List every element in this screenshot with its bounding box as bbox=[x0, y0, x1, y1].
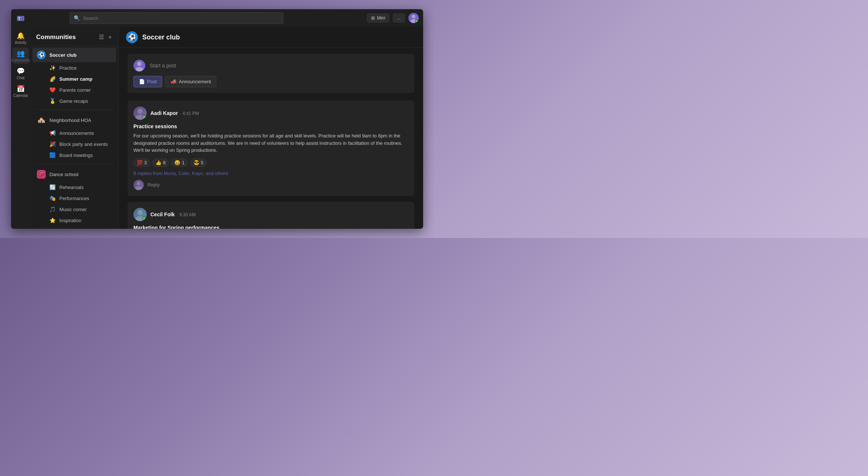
sidebar-item-neighborhood-hoa[interactable]: 🏘️ Neighborhood HOA bbox=[32, 113, 116, 127]
filter-button[interactable]: ☰ bbox=[98, 33, 105, 41]
reaction-laugh[interactable]: 😆 1 bbox=[171, 158, 188, 167]
content-header: ⚽ Soccer club bbox=[119, 27, 423, 48]
svg-point-7 bbox=[136, 115, 144, 120]
replies-link-1[interactable]: 8 replies from Mona, Colin, Kayo, and ot… bbox=[133, 171, 408, 176]
reaction-laugh-emoji: 😆 bbox=[174, 160, 180, 165]
announcement-button[interactable]: 📣 Announcement bbox=[165, 76, 216, 87]
sidebar-item-dance-school[interactable]: 💃 Dance school bbox=[32, 167, 116, 182]
sidebar-item-summer-camp[interactable]: 🌈 Summer camp bbox=[32, 73, 116, 84]
sidebar: Communities ☰ + ⚽ Soccer club ✨ Practice bbox=[30, 27, 119, 229]
nav-label-chat: Chat bbox=[17, 76, 24, 80]
composer-placeholder[interactable]: Start a post bbox=[150, 63, 176, 69]
nav-item-calendar[interactable]: 📅 Calendar bbox=[13, 83, 29, 99]
sidebar-item-performances[interactable]: 🎭 Performances bbox=[32, 193, 116, 204]
reaction-thumbsup-count: 8 bbox=[163, 160, 165, 165]
nav-label-community: Community bbox=[11, 58, 30, 62]
svg-point-9 bbox=[135, 186, 142, 190]
sidebar-item-label-inspiration: Inspiration bbox=[59, 218, 81, 223]
svg-point-3 bbox=[411, 19, 416, 23]
post-avatar-1 bbox=[133, 106, 147, 120]
composer-top: Start a post bbox=[133, 60, 408, 71]
user-avatar[interactable] bbox=[408, 13, 419, 23]
divider-2 bbox=[35, 164, 114, 164]
soccer-club-icon: ⚽ bbox=[37, 50, 46, 59]
nav-item-activity[interactable]: 🔔 Activity bbox=[13, 30, 29, 46]
svg-text:T: T bbox=[18, 17, 20, 21]
sidebar-item-label-announcements: Announcements bbox=[59, 130, 94, 136]
post-title-1: Practice sessions bbox=[133, 123, 408, 129]
post-item-practice-sessions: Aadi Kapor 4:41 PM Practice sessions For… bbox=[128, 101, 414, 196]
community-group-hoa: 🏘️ Neighborhood HOA 📢 Announcements 🎉 Bl… bbox=[30, 113, 118, 161]
post-header-1: Aadi Kapor 4:41 PM bbox=[133, 106, 408, 120]
post-title-2: Marketing for Spring performances bbox=[133, 225, 408, 229]
sidebar-list: ⚽ Soccer club ✨ Practice 🌈 Summer camp ❤… bbox=[30, 46, 118, 229]
content-area: ⚽ Soccer club Start a post bbox=[119, 27, 423, 229]
summer-camp-icon: 🌈 bbox=[49, 76, 56, 82]
svg-point-6 bbox=[137, 109, 143, 114]
mini-icon: ⊞ bbox=[371, 15, 375, 21]
sidebar-item-practice[interactable]: ✨ Practice bbox=[32, 62, 116, 73]
sidebar-item-inspiration[interactable]: ⭐ Inspiration bbox=[32, 215, 116, 226]
mini-button[interactable]: ⊞ Mini bbox=[367, 14, 389, 22]
post-body-1: For our upcoming season, we'll be holdin… bbox=[133, 132, 408, 154]
announcement-icon: 📣 bbox=[171, 79, 177, 84]
svg-point-4 bbox=[137, 62, 142, 66]
announcements-icon: 📢 bbox=[49, 130, 56, 136]
sidebar-item-game-recaps[interactable]: 🥇 Game recaps bbox=[32, 95, 116, 106]
post-composer: Start a post 📄 Post 📣 Announcement bbox=[128, 54, 414, 93]
sidebar-item-label-music-corner: Music corner bbox=[59, 207, 87, 212]
parents-corner-icon: ❤️ bbox=[49, 87, 56, 93]
post-button[interactable]: 📄 Post bbox=[133, 76, 162, 87]
calendar-icon: 📅 bbox=[17, 85, 25, 93]
sidebar-item-board-meetings[interactable]: 🟦 Board meetings bbox=[32, 150, 116, 161]
post-header-2: Cecil Folk 9:30 AM bbox=[133, 208, 408, 221]
nav-label-calendar: Calendar bbox=[13, 94, 28, 98]
post-meta-2: Cecil Folk 9:30 AM bbox=[150, 211, 196, 218]
reaction-cool[interactable]: 😎 5 bbox=[190, 158, 207, 167]
sidebar-item-label-game-recaps: Game recaps bbox=[59, 98, 88, 104]
hoa-icon: 🏘️ bbox=[37, 116, 46, 125]
post-meta-1: Aadi Kapor 4:41 PM bbox=[150, 110, 199, 116]
reply-avatar-1 bbox=[133, 180, 144, 190]
nav-item-community[interactable]: 👥 Community bbox=[13, 48, 29, 64]
sidebar-item-music-corner[interactable]: 🎵 Music corner bbox=[32, 204, 116, 215]
sidebar-item-label-parents-corner: Parents corner bbox=[59, 87, 91, 93]
reaction-fire-emoji: 💯 bbox=[137, 160, 143, 165]
divider-1 bbox=[35, 109, 114, 110]
svg-point-2 bbox=[412, 15, 415, 18]
search-bar[interactable]: 🔍 bbox=[70, 12, 283, 24]
post-label: Post bbox=[147, 79, 157, 84]
sidebar-item-parents-corner[interactable]: ❤️ Parents corner bbox=[32, 84, 116, 95]
community-group-soccer: ⚽ Soccer club ✨ Practice 🌈 Summer camp ❤… bbox=[30, 48, 118, 106]
nav-item-chat[interactable]: 💬 Chat bbox=[13, 65, 29, 81]
reply-button-1[interactable]: Reply bbox=[147, 182, 160, 188]
music-corner-icon: 🎵 bbox=[49, 206, 56, 212]
sidebar-item-rehearsals[interactable]: 🔄 Rehearsals bbox=[32, 182, 116, 193]
add-community-button[interactable]: + bbox=[108, 33, 112, 41]
sidebar-item-label-rehearsals: Rehearsals bbox=[59, 185, 84, 190]
inspiration-icon: ⭐ bbox=[49, 217, 56, 223]
sidebar-actions: ☰ + bbox=[98, 33, 112, 41]
post-time-2: 9:30 AM bbox=[179, 212, 196, 217]
performances-icon: 🎭 bbox=[49, 195, 56, 201]
reaction-thumbsup[interactable]: 👍 8 bbox=[152, 158, 169, 167]
sidebar-item-label-board-meetings: Board meetings bbox=[59, 153, 93, 158]
channel-title: Soccer club bbox=[142, 34, 180, 41]
svg-point-11 bbox=[136, 216, 144, 221]
block-party-icon: 🎉 bbox=[49, 141, 56, 147]
search-icon: 🔍 bbox=[74, 15, 80, 21]
nav-label-activity: Activity bbox=[15, 41, 27, 45]
sidebar-item-label-dance-school: Dance school bbox=[49, 172, 79, 177]
more-button[interactable]: ... bbox=[393, 14, 405, 22]
reaction-fire[interactable]: 💯 3 bbox=[133, 158, 150, 167]
sidebar-item-announcements[interactable]: 📢 Announcements bbox=[32, 127, 116, 139]
dance-school-icon: 💃 bbox=[37, 170, 46, 179]
sidebar-item-block-party[interactable]: 🎉 Block party and events bbox=[32, 139, 116, 150]
composer-avatar bbox=[133, 60, 145, 71]
sidebar-item-soccer-club[interactable]: ⚽ Soccer club bbox=[32, 48, 116, 62]
svg-point-10 bbox=[137, 210, 143, 215]
chat-icon: 💬 bbox=[17, 67, 25, 75]
sidebar-item-label-performances: Performances bbox=[59, 196, 89, 201]
title-bar: T 🔍 ⊞ Mini ... bbox=[11, 9, 423, 27]
search-input[interactable] bbox=[83, 15, 279, 21]
